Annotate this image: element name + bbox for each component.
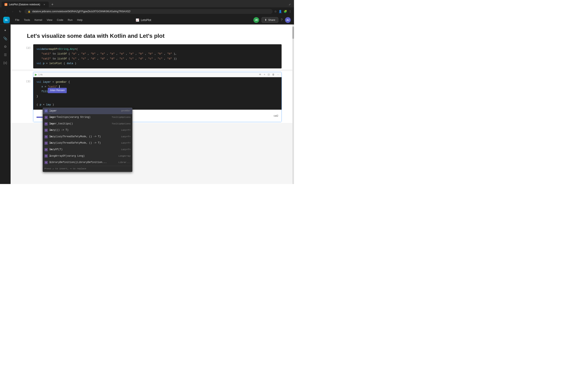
share-icon: ⬆ bbox=[265, 18, 267, 21]
sidebar-icon-outline[interactable]: ☰ bbox=[2, 51, 9, 58]
content-area: Let's visualize some data with Kotlin an… bbox=[11, 25, 294, 184]
cell-2-container: [2] val data = mapOf < String , Any >( bbox=[11, 43, 294, 69]
ac-item-0[interactable]: p layer geomBar bbox=[43, 108, 132, 114]
ac-item-2[interactable]: m layer_tooltips() TooltipOptions bbox=[43, 121, 132, 127]
scrollbar[interactable] bbox=[292, 25, 294, 184]
title-icon: 📈 bbox=[136, 18, 139, 22]
ac-type-8: Librar... bbox=[118, 161, 131, 165]
menu-run[interactable]: Run bbox=[66, 18, 75, 22]
title-text: LetsPlot bbox=[141, 18, 151, 22]
more-cell-options[interactable]: ··· bbox=[276, 73, 280, 76]
ac-item-4[interactable]: m lazy(LazyThreadSafetyMode, () -> T) La… bbox=[43, 134, 132, 140]
menu-bar: File Tools Kernel View Code Run Help bbox=[13, 18, 85, 22]
new-tab-button[interactable]: + bbox=[50, 2, 55, 7]
add-cell-button[interactable]: + bbox=[263, 73, 266, 76]
sidebar-icon-home[interactable]: ● bbox=[2, 27, 9, 34]
app-title: 📈 LetsPlot bbox=[136, 18, 151, 22]
sidebar-icon-settings[interactable]: ⚙ bbox=[2, 43, 9, 50]
browser-tab-bar: LP LetsPlot (Datalore notebook) ✕ + ⤢ bbox=[0, 0, 294, 7]
cell-2-number: [2] bbox=[23, 44, 33, 69]
ac-label-8: libraryDefinition((LibraryDefinition... bbox=[49, 160, 117, 165]
cell-2-body: val data = mapOf < String , Any >( "cat1… bbox=[33, 44, 282, 68]
ac-icon-2: m bbox=[45, 122, 48, 126]
ac-type-5: Lazy<T> bbox=[121, 141, 131, 145]
app-bar: DL File Tools Kernel View Code Run Help … bbox=[0, 16, 294, 25]
ac-icon-6: m bbox=[45, 148, 48, 151]
ac-icon-8: m bbox=[45, 161, 48, 164]
address-bar[interactable]: 🔒 datalore.jetbrains.com/notebook/0k5R4A… bbox=[25, 9, 273, 14]
code-3-line-1: val layer = geomBar { bbox=[36, 80, 278, 84]
sidebar-icon-attachments[interactable]: 📎 bbox=[2, 35, 9, 42]
tab-close-button[interactable]: ✕ bbox=[43, 3, 46, 6]
run-button[interactable]: ▶ bbox=[35, 73, 37, 76]
menu-kernel[interactable]: Kernel bbox=[32, 18, 44, 22]
ac-item-6[interactable]: m lazyOf(T) Lazy<T> bbox=[43, 147, 132, 153]
code-3-blank bbox=[36, 99, 278, 102]
lock-icon: 🔒 bbox=[28, 10, 31, 13]
ac-label-4: lazy(LazyThreadSafetyMode, () -> T) bbox=[49, 135, 120, 139]
menu-file[interactable]: File bbox=[13, 18, 21, 22]
url-text: datalore.jetbrains.com/notebook/0k5R4AZg… bbox=[32, 10, 131, 13]
ac-type-7: LongArray bbox=[118, 154, 131, 158]
menu-code[interactable]: Code bbox=[55, 18, 65, 22]
code-line-4: val p = letsPlot ( data ) bbox=[36, 61, 278, 66]
tab-favicon: LP bbox=[4, 3, 7, 6]
chart-label: cat2 bbox=[274, 114, 278, 117]
active-tab[interactable]: LP LetsPlot (Datalore notebook) ✕ bbox=[2, 2, 49, 7]
ac-hint: Press ↵ to insert, ⇥ to replace bbox=[43, 166, 132, 172]
cell-3-content[interactable]: ▶ 1.4s 👁 + ⊡ 🗑 ··· val layer bbox=[33, 72, 282, 122]
ac-type-4: Lazy<T> bbox=[121, 135, 131, 139]
left-sidebar: ● 📎 ⚙ ☰ {x} ··· bbox=[0, 25, 11, 184]
ac-item-1[interactable]: m layerTooltips(vararg String) TooltipOp… bbox=[43, 114, 132, 121]
menu-tools[interactable]: Tools bbox=[22, 18, 32, 22]
menu-icon[interactable]: ⋮ bbox=[289, 10, 292, 13]
ac-item-3[interactable]: m lazy(() -> T) Lazy<T> bbox=[43, 127, 132, 134]
cell-3-container: [3] ▶ 1.4s 👁 + ⊡ 🗑 ··· bbox=[11, 71, 294, 123]
code-line-3: "cat2" to listOf ( "c" , "c" , "d" , "d"… bbox=[36, 56, 278, 61]
ac-icon-1: m bbox=[45, 116, 48, 119]
share-label: Share bbox=[268, 18, 275, 21]
ac-label-5: lazy(LazyThreadSafetyMode, () -> T) bbox=[49, 141, 120, 145]
profile-icon[interactable]: 👤 bbox=[278, 10, 282, 13]
back-button[interactable]: ‹ bbox=[2, 9, 8, 14]
ac-item-7[interactable]: m longArrayOf(vararg Long) LongArray bbox=[43, 153, 132, 159]
share-button[interactable]: ⬆ Share bbox=[262, 17, 278, 23]
app-bar-right: JR ⬆ Share ? AJ bbox=[253, 17, 291, 23]
maximize-button[interactable]: ⤢ bbox=[287, 2, 292, 7]
ac-label-3: lazy(() -> T) bbox=[49, 128, 120, 133]
code-3-line-2: x = "cat1" bbox=[36, 84, 278, 89]
extensions-icon[interactable]: 🧩 bbox=[284, 10, 287, 13]
menu-view[interactable]: View bbox=[45, 18, 54, 22]
ac-type-1: TooltipOptions bbox=[112, 115, 131, 120]
app-logo: DL bbox=[3, 17, 10, 23]
ac-label-2: layer_tooltips() bbox=[49, 122, 110, 126]
timing-label: 1.4s bbox=[38, 73, 43, 76]
menu-help[interactable]: Help bbox=[75, 18, 85, 22]
main-layout: ● 📎 ⚙ ☰ {x} ··· Let's visualize some dat… bbox=[0, 25, 294, 184]
ac-label-1: layerTooltips(vararg String) bbox=[49, 115, 110, 120]
ac-icon-4: m bbox=[45, 135, 48, 138]
bookmark-icon[interactable]: ☆ bbox=[274, 10, 277, 13]
ac-type-6: Lazy<T> bbox=[121, 148, 131, 152]
help-button[interactable]: ? bbox=[281, 18, 283, 22]
user-tooltip: Jolan Rensen bbox=[48, 88, 67, 93]
ac-type-0: geomBar bbox=[121, 109, 131, 113]
ac-icon-5: m bbox=[45, 141, 48, 145]
user-avatar-aj: AJ bbox=[285, 17, 291, 23]
cell-2-content[interactable]: val data = mapOf < String , Any >( "cat1… bbox=[33, 44, 282, 69]
delete-cell-button[interactable]: 🗑 bbox=[271, 73, 276, 76]
cell-options-button[interactable]: ⊡ bbox=[267, 73, 271, 76]
sidebar-icon-variables[interactable]: {x} bbox=[2, 60, 9, 66]
refresh-button[interactable]: ↻ bbox=[17, 9, 23, 14]
eye-icon[interactable]: 👁 bbox=[258, 73, 262, 76]
ac-item-8[interactable]: m libraryDefinition((LibraryDefinition..… bbox=[43, 159, 132, 166]
browser-toolbar: ‹ › ↻ 🔒 datalore.jetbrains.com/notebook/… bbox=[0, 7, 294, 16]
notebook-title: Let's visualize some data with Kotlin an… bbox=[27, 33, 269, 39]
forward-button[interactable]: › bbox=[10, 9, 16, 14]
ac-label-7: longArrayOf(vararg Long) bbox=[49, 154, 117, 158]
scrollbar-thumb[interactable] bbox=[292, 27, 294, 39]
cell-3-body[interactable]: val layer = geomBar { x = "cat1" bbox=[33, 77, 282, 110]
autocomplete-dropdown: p layer geomBar m layerTooltips(vararg S… bbox=[43, 108, 133, 172]
code-line-1: val data = mapOf < String , Any >( bbox=[36, 47, 278, 51]
ac-item-5[interactable]: m lazy(LazyThreadSafetyMode, () -> T) La… bbox=[43, 140, 132, 147]
